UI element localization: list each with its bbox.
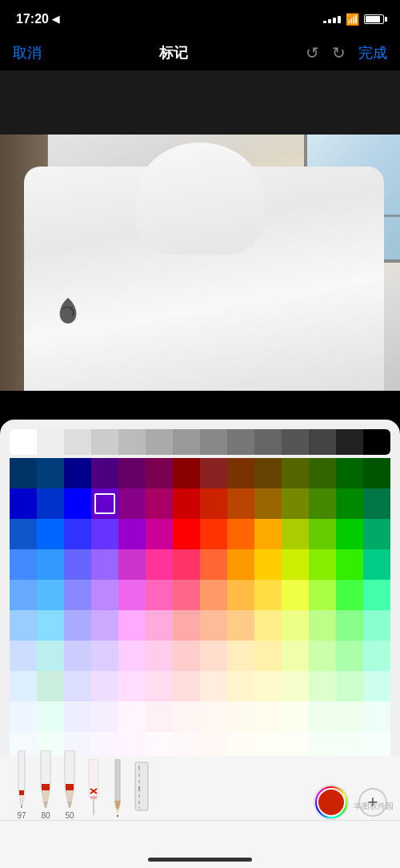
color-cell[interactable] (37, 580, 64, 610)
marker-tool-2[interactable]: 50 (61, 750, 78, 820)
color-cell[interactable] (282, 519, 309, 549)
color-cell[interactable] (146, 549, 173, 580)
color-cell[interactable] (309, 519, 336, 549)
grayscale-cell[interactable] (227, 429, 254, 455)
color-cell[interactable] (10, 641, 37, 671)
color-cell[interactable] (146, 701, 173, 732)
color-cell[interactable] (227, 671, 254, 701)
color-cell[interactable] (254, 641, 282, 671)
color-cell[interactable] (64, 549, 91, 580)
color-cell[interactable] (282, 671, 309, 701)
color-cell[interactable] (118, 580, 146, 610)
color-cell[interactable] (64, 671, 91, 701)
ruler-tool[interactable] (133, 759, 150, 820)
color-cell[interactable] (91, 701, 118, 732)
color-cell[interactable] (200, 519, 227, 549)
color-cell[interactable] (118, 488, 146, 519)
color-cell[interactable] (64, 580, 91, 610)
color-cell[interactable] (64, 641, 91, 671)
color-cell[interactable] (91, 458, 118, 488)
color-cell[interactable] (146, 458, 173, 488)
color-cell[interactable] (37, 610, 64, 641)
color-cell[interactable] (227, 641, 254, 671)
color-cell[interactable] (118, 641, 146, 671)
color-cell[interactable] (309, 610, 336, 641)
color-cell[interactable] (363, 488, 390, 519)
color-cell[interactable] (64, 458, 91, 488)
color-cell[interactable] (254, 580, 282, 610)
color-cell[interactable] (363, 641, 390, 671)
color-cell[interactable] (336, 519, 363, 549)
color-cell[interactable] (227, 488, 254, 519)
eraser-tool[interactable] (85, 759, 102, 820)
color-cell[interactable] (91, 641, 118, 671)
color-cell[interactable] (173, 488, 200, 519)
color-cell[interactable] (91, 519, 118, 549)
pen-tool-1[interactable]: 97 (13, 750, 30, 820)
color-cell[interactable] (64, 488, 91, 519)
color-cell[interactable] (37, 701, 64, 732)
color-cell[interactable] (10, 458, 37, 488)
color-cell[interactable] (227, 458, 254, 488)
grayscale-cell[interactable] (336, 429, 363, 455)
grayscale-cell[interactable] (282, 429, 309, 455)
color-cell[interactable] (91, 671, 118, 701)
color-cell[interactable] (336, 580, 363, 610)
color-cell[interactable] (254, 701, 282, 732)
undo-button[interactable]: ↺ (306, 43, 319, 62)
color-cell[interactable] (227, 701, 254, 732)
color-cell[interactable] (200, 580, 227, 610)
color-cell[interactable] (118, 610, 146, 641)
color-cell[interactable] (254, 610, 282, 641)
grayscale-cell[interactable] (363, 429, 390, 455)
color-cell[interactable] (10, 549, 37, 580)
color-cell[interactable] (118, 549, 146, 580)
grayscale-cell[interactable] (10, 429, 37, 455)
color-cell[interactable] (227, 610, 254, 641)
color-cell[interactable] (309, 580, 336, 610)
redo-button[interactable]: ↻ (332, 43, 346, 62)
color-cell[interactable] (146, 488, 173, 519)
color-cell[interactable] (173, 701, 200, 732)
color-cell[interactable] (200, 458, 227, 488)
color-cell[interactable] (200, 549, 227, 580)
color-cell[interactable] (282, 580, 309, 610)
color-cell[interactable] (363, 549, 390, 580)
color-cell[interactable] (227, 519, 254, 549)
color-cell[interactable] (173, 458, 200, 488)
color-cell[interactable] (118, 701, 146, 732)
color-cell[interactable] (336, 488, 363, 519)
color-cell[interactable] (363, 519, 390, 549)
color-cell[interactable] (118, 458, 146, 488)
color-cell[interactable] (200, 701, 227, 732)
color-cell[interactable] (363, 580, 390, 610)
color-cell[interactable] (37, 671, 64, 701)
color-cell[interactable] (282, 549, 309, 580)
color-grid[interactable] (10, 458, 390, 762)
color-cell[interactable] (309, 549, 336, 580)
color-cell[interactable] (173, 671, 200, 701)
color-cell[interactable] (10, 610, 37, 641)
color-cell[interactable] (146, 519, 173, 549)
color-cell[interactable] (146, 671, 173, 701)
color-cell[interactable] (200, 641, 227, 671)
color-cell[interactable] (91, 580, 118, 610)
color-cell[interactable] (37, 549, 64, 580)
color-cell[interactable] (363, 701, 390, 732)
grayscale-cell[interactable] (173, 429, 200, 455)
color-cell[interactable] (254, 549, 282, 580)
color-cell[interactable] (254, 519, 282, 549)
color-cell[interactable] (227, 549, 254, 580)
done-button[interactable]: 完成 (358, 43, 387, 62)
color-cell[interactable] (10, 701, 37, 732)
color-cell[interactable] (309, 488, 336, 519)
color-cell[interactable] (37, 641, 64, 671)
color-cell[interactable] (336, 549, 363, 580)
color-cell[interactable] (336, 610, 363, 641)
color-cell[interactable] (200, 488, 227, 519)
color-cell[interactable] (37, 488, 64, 519)
color-cell[interactable] (146, 641, 173, 671)
color-cell[interactable] (146, 580, 173, 610)
color-cell[interactable] (282, 488, 309, 519)
color-cell[interactable] (118, 519, 146, 549)
